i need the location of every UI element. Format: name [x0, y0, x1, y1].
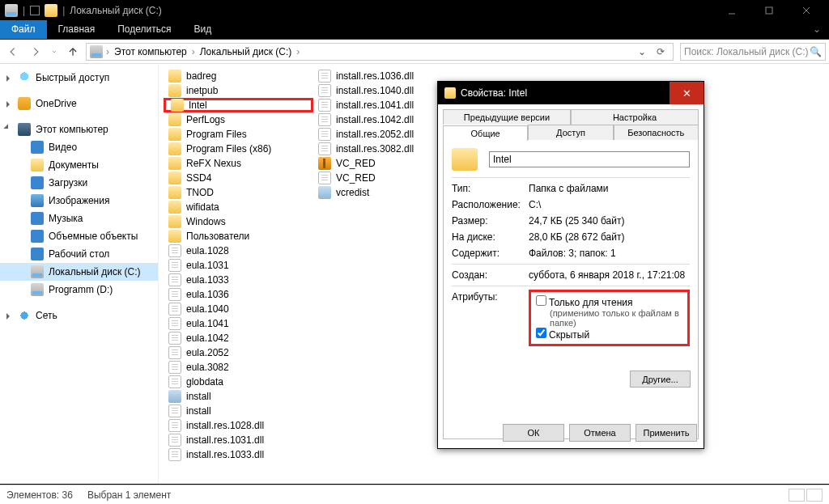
sidebar-videos[interactable]: Видео [0, 138, 158, 156]
list-item[interactable]: eula.1041 [164, 316, 313, 331]
minimize-button[interactable] [714, 0, 750, 20]
list-item[interactable]: eula.3082 [164, 360, 313, 375]
dropdown-icon[interactable]: ⌄ [636, 46, 648, 57]
file-icon [318, 113, 331, 126]
network-icon [18, 309, 31, 322]
sidebar-quick-access[interactable]: Быстрый доступ [0, 69, 158, 87]
list-item[interactable]: install.res.1028.dll [164, 418, 313, 433]
tab-security[interactable]: Безопасность [614, 125, 699, 140]
list-item[interactable]: Windows [164, 214, 313, 229]
list-item[interactable]: Program Files (x86) [164, 142, 313, 156]
sidebar-music[interactable]: Музыка [0, 210, 158, 227]
drive-icon [5, 4, 18, 17]
tab-share[interactable]: Поделиться [106, 20, 182, 39]
list-item[interactable]: eula.1031 [164, 258, 313, 273]
ribbon-collapse[interactable]: ⌄ [805, 20, 829, 39]
list-item[interactable]: Program Files [164, 127, 313, 142]
tab-home[interactable]: Главная [47, 20, 107, 39]
list-item[interactable]: Пользователи [164, 229, 313, 244]
file-icon [168, 201, 181, 214]
crumb-pc[interactable]: Этот компьютер [113, 46, 189, 57]
list-item[interactable]: eula.1036 [164, 287, 313, 302]
list-item[interactable]: install.res.1033.dll [164, 447, 313, 462]
view-details-button[interactable] [789, 489, 805, 502]
close-button[interactable] [789, 0, 824, 20]
tab-view[interactable]: Вид [182, 20, 223, 39]
maximize-button[interactable] [751, 0, 787, 20]
downloads-icon [31, 176, 44, 189]
prop-type: Папка с файлами [529, 183, 690, 194]
folder-name-input[interactable] [489, 151, 690, 167]
dialog-titlebar[interactable]: Свойства: Intel ✕ [438, 82, 704, 104]
list-item[interactable]: SSD4 [164, 171, 313, 185]
breadcrumb[interactable]: › Этот компьютер › Локальный диск (C:) ›… [86, 43, 674, 61]
list-item[interactable]: eula.2052 [164, 345, 313, 360]
back-button[interactable] [3, 42, 23, 61]
ok-button[interactable]: ОК [503, 424, 564, 442]
up-button[interactable] [63, 42, 83, 61]
file-icon [168, 70, 181, 83]
drive-icon [90, 45, 103, 58]
sidebar-this-pc[interactable]: Этот компьютер [0, 121, 158, 138]
file-icon [168, 230, 181, 243]
tab-general[interactable]: Общие [443, 125, 528, 141]
documents-icon [31, 159, 44, 172]
list-item[interactable]: eula.1033 [164, 273, 313, 287]
properties-dialog: Свойства: Intel ✕ Предыдущие версии Наст… [437, 81, 704, 449]
sidebar-drive-d[interactable]: Programm (D:) [0, 281, 158, 299]
list-item[interactable]: eula.1042 [164, 331, 313, 345]
file-icon [168, 390, 181, 403]
sidebar-onedrive[interactable]: OneDrive [0, 95, 158, 112]
list-item[interactable]: wifidata [164, 200, 313, 214]
file-icon [168, 361, 181, 374]
file-icon [168, 84, 181, 97]
readonly-checkbox[interactable]: Только для чтения [536, 295, 682, 308]
other-attributes-button[interactable]: Другие... [630, 371, 691, 388]
list-item[interactable]: PerfLogs [164, 112, 313, 127]
dialog-close-button[interactable]: ✕ [670, 82, 704, 104]
list-item[interactable]: install [164, 404, 313, 418]
list-item[interactable]: globdata [164, 375, 313, 389]
list-item[interactable]: inetpub [164, 83, 313, 98]
file-icon [168, 113, 181, 126]
file-icon [168, 419, 181, 432]
sidebar-network[interactable]: Сеть [0, 307, 158, 324]
list-item[interactable]: TNOD [164, 185, 313, 200]
cube-icon [31, 230, 44, 243]
list-item[interactable]: install [164, 389, 313, 404]
list-item[interactable]: install.res.1031.dll [164, 433, 313, 447]
file-menu[interactable]: Файл [0, 20, 47, 39]
view-icons-button[interactable] [806, 489, 823, 502]
file-icon [168, 303, 181, 316]
file-icon [168, 288, 181, 301]
sidebar-desktop[interactable]: Рабочий стол [0, 245, 158, 263]
sidebar-pictures[interactable]: Изображения [0, 192, 158, 210]
list-item[interactable]: eula.1028 [164, 244, 313, 258]
list-item[interactable]: Intel [164, 98, 313, 112]
file-icon [168, 172, 181, 184]
file-icon [168, 317, 181, 330]
search-input[interactable]: Поиск: Локальный диск (C:) 🔍 [680, 43, 826, 61]
tab-sharing[interactable]: Доступ [528, 125, 613, 140]
list-item[interactable]: ReFX Nexus [164, 156, 313, 171]
sidebar-3d[interactable]: Объемные объекты [0, 227, 158, 245]
drive-icon [31, 265, 44, 278]
sidebar-drive-c[interactable]: Локальный диск (C:) [0, 263, 158, 281]
tab-previous-versions[interactable]: Предыдущие версии [443, 109, 571, 125]
apply-button[interactable]: Применить [636, 424, 697, 442]
sidebar-downloads[interactable]: Загрузки [0, 174, 158, 192]
sidebar-documents[interactable]: Документы [0, 156, 158, 174]
list-item[interactable]: badreg [164, 69, 313, 83]
tab-customize[interactable]: Настройка [571, 109, 699, 125]
refresh-button[interactable]: ⟳ [652, 46, 670, 57]
address-bar: › Этот компьютер › Локальный диск (C:) ›… [0, 40, 829, 64]
crumb-drive[interactable]: Локальный диск (C:) [198, 46, 294, 57]
list-item[interactable]: eula.1040 [164, 302, 313, 316]
hidden-checkbox[interactable]: Скрытый [536, 328, 682, 341]
prop-created: суббота, 6 января 2018 г., 17:21:08 [529, 269, 690, 281]
forward-button[interactable] [26, 42, 45, 61]
file-icon [318, 84, 331, 97]
cancel-button[interactable]: Отмена [569, 424, 631, 442]
file-icon [318, 186, 331, 199]
recent-button[interactable] [49, 42, 60, 61]
